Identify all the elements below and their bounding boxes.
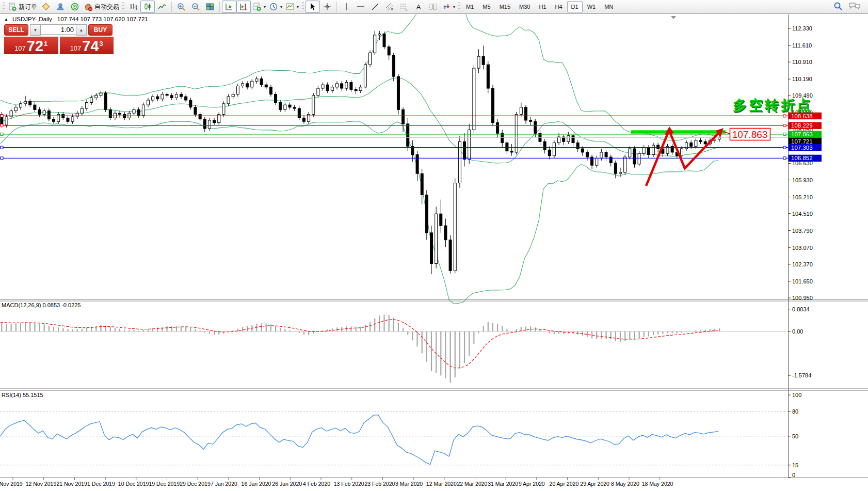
line-anchor-handle[interactable]	[1, 133, 3, 135]
templates-button[interactable]: ▾	[284, 1, 300, 13]
toolbar-grip[interactable]	[122, 2, 124, 11]
crosshair-button[interactable]	[320, 1, 334, 13]
timeframe-mn-button[interactable]: MN	[600, 1, 617, 12]
timeframe-m1-button[interactable]: M1	[462, 1, 478, 12]
chart-shift-button[interactable]	[236, 1, 251, 13]
candle	[515, 115, 518, 152]
chart-canvas[interactable]: 112.330111.610110.910110.190109.490108.7…	[0, 0, 868, 491]
candlestick-mode-button[interactable]	[140, 1, 155, 13]
buy-price-point: 3	[100, 40, 103, 47]
text-tool-button[interactable]: A	[411, 1, 426, 13]
candle	[100, 93, 102, 96]
line-chart-mode-button[interactable]	[155, 1, 169, 13]
line-anchor-handle[interactable]	[1, 146, 3, 149]
search-icon[interactable]	[833, 1, 843, 11]
cursor-button[interactable]	[306, 1, 320, 13]
vertical-line-tool-button[interactable]	[339, 1, 353, 13]
text-label-tool-button[interactable]: T	[426, 1, 440, 13]
bar-chart-mode-button[interactable]	[126, 1, 140, 13]
candle	[407, 124, 409, 147]
line-anchor-handle[interactable]	[1, 115, 3, 117]
auto-scroll-button[interactable]	[222, 1, 236, 13]
rsi-tick-label: 50	[792, 433, 798, 439]
timeframe-d1-button[interactable]: D1	[567, 1, 583, 12]
chat-icon[interactable]	[848, 1, 861, 11]
sell-price-big-figure: 107	[14, 44, 26, 52]
candle	[43, 111, 45, 115]
candle	[260, 79, 263, 85]
line-anchor-handle[interactable]	[783, 157, 786, 160]
date-label: 13 Feb 2020	[334, 481, 364, 487]
zoom-out-button[interactable]	[188, 1, 203, 13]
line-anchor-handle[interactable]	[1, 124, 3, 127]
pane-borders	[0, 14, 868, 478]
buy-button[interactable]: BUY	[88, 24, 112, 36]
trend-arrow-up-1[interactable]	[646, 132, 668, 186]
price-tick-label: 110.910	[792, 59, 812, 65]
candle	[388, 47, 390, 55]
periods-button[interactable]: ▾	[267, 1, 284, 13]
main-toolbar: 新订单 自动交易 ▾ ▾	[0, 0, 868, 14]
new-order-button[interactable]: 新订单	[6, 1, 39, 13]
auto-trading-button[interactable]: 自动交易	[82, 1, 121, 13]
candle	[435, 214, 438, 263]
timeframe-m15-button[interactable]: M15	[495, 1, 515, 12]
timeframe-w1-button[interactable]: W1	[583, 1, 600, 12]
line-anchor-handle[interactable]	[1, 157, 3, 160]
line-anchor-handle[interactable]	[783, 124, 786, 127]
candle	[90, 98, 93, 102]
toolbar-grip[interactable]	[3, 2, 5, 11]
timeframe-m30-button[interactable]: M30	[515, 1, 534, 12]
volume-decrease-button[interactable]: ▼	[30, 24, 41, 36]
rsi-pane: 1008050150	[0, 392, 801, 478]
macd-indicator-label: MACD(12,26,9) 0.0853 -0.0225	[2, 302, 81, 308]
trendline-tool-button[interactable]	[368, 1, 382, 13]
toolbar-grip[interactable]	[302, 2, 304, 11]
line-anchor-handle[interactable]	[783, 133, 786, 135]
candle	[576, 143, 579, 149]
toolbar-grip[interactable]	[458, 2, 460, 11]
buy-price-panel[interactable]: 107743	[60, 37, 114, 54]
volume-input[interactable]	[41, 24, 76, 35]
volume-increase-button[interactable]: ▲	[76, 24, 87, 36]
line-anchor-handle[interactable]	[783, 146, 786, 149]
bar-chart-icon	[128, 2, 138, 11]
candle	[279, 103, 282, 110]
indicators-button[interactable]: ▾	[251, 1, 267, 13]
timeframe-h1-button[interactable]: H1	[535, 1, 550, 12]
price-tick-label: 103.790	[792, 228, 813, 234]
tile-windows-button[interactable]	[203, 1, 217, 13]
date-label: 29 Apr 2020	[580, 481, 609, 487]
line-anchor-handle[interactable]	[783, 115, 786, 117]
candle	[152, 97, 154, 100]
candle	[487, 65, 489, 88]
pivot-zone-band[interactable]	[631, 130, 726, 133]
candle	[161, 94, 164, 99]
candle	[402, 109, 405, 124]
zoom-in-button[interactable]	[174, 1, 188, 13]
collapse-panel-icon[interactable]: ▲	[4, 17, 8, 22]
fibonacci-tool-button[interactable]: F	[397, 1, 411, 13]
horizontal-line-tool-button[interactable]	[353, 1, 368, 13]
terminal-button[interactable]	[68, 1, 82, 13]
candle	[496, 123, 499, 134]
price-tick-label: 112.330	[792, 25, 812, 31]
timeframe-h4-button[interactable]: H4	[551, 1, 567, 12]
sell-button[interactable]: SELL	[4, 24, 28, 36]
timeframe-group: M1M5M15M30H1H4D1W1MN	[462, 1, 617, 12]
crosshair-icon	[323, 2, 332, 11]
arrows-tool-button[interactable]: ▾	[440, 1, 457, 13]
candle	[359, 87, 362, 91]
candle	[322, 85, 324, 88]
navigator-button[interactable]	[53, 1, 68, 13]
timeframe-m5-button[interactable]: M5	[478, 1, 494, 12]
candle	[369, 53, 372, 65]
channel-tool-button[interactable]: E	[382, 1, 397, 13]
market-watch-button[interactable]	[39, 1, 53, 13]
price-tick-label: 110.190	[792, 76, 812, 82]
candle	[29, 101, 31, 105]
candle	[180, 94, 183, 97]
sell-price-panel[interactable]: 107721	[4, 37, 58, 54]
chart-shift-marker[interactable]	[671, 16, 676, 19]
candle	[269, 87, 272, 94]
